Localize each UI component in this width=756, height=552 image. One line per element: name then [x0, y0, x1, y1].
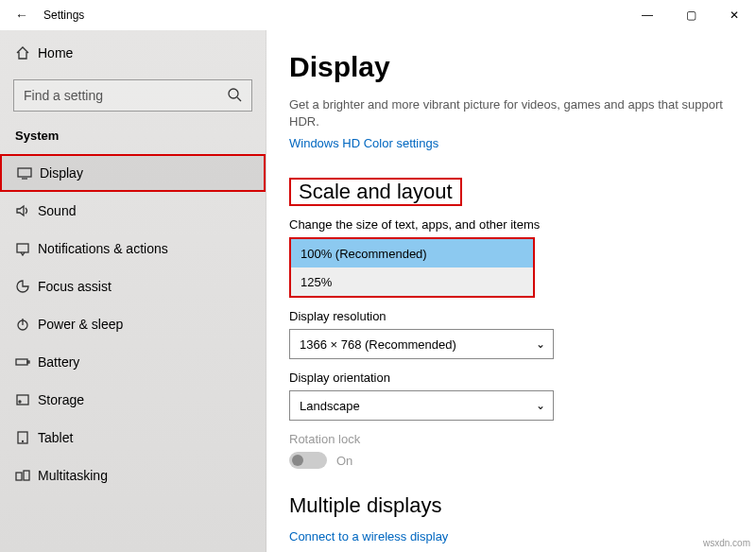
sidebar-item-label: Tablet: [38, 430, 73, 445]
sidebar-item-battery[interactable]: Battery: [0, 343, 266, 381]
focus-icon: [15, 279, 38, 294]
content-pane: Display Get a brighter and more vibrant …: [266, 30, 756, 552]
svg-point-9: [23, 441, 24, 442]
orientation-dropdown[interactable]: Landscape ⌄: [289, 390, 554, 421]
resolution-value: 1366 × 768 (Recommended): [300, 337, 456, 352]
home-nav[interactable]: Home: [0, 34, 266, 72]
svg-point-7: [19, 401, 21, 403]
svg-rect-5: [27, 361, 29, 363]
display-icon: [17, 165, 40, 181]
hdr-link[interactable]: Windows HD Color settings: [289, 136, 438, 150]
tablet-icon: [15, 430, 38, 445]
home-label: Home: [38, 45, 73, 60]
rotation-state: On: [336, 454, 352, 468]
close-button[interactable]: ✕: [713, 0, 756, 30]
sidebar-item-notifications[interactable]: Notifications & actions: [0, 230, 266, 267]
scale-heading: Scale and layout: [299, 180, 453, 203]
search-icon: [227, 87, 242, 105]
watermark: wsxdn.com: [703, 538, 750, 548]
sidebar-item-label: Sound: [38, 203, 76, 218]
sidebar-item-label: Display: [40, 165, 83, 181]
multitasking-icon: [15, 468, 38, 483]
sound-icon: [15, 203, 38, 218]
sidebar-item-sound[interactable]: Sound: [0, 192, 266, 230]
sidebar: Home Find a setting System Display Sound…: [0, 30, 266, 552]
hdr-description: Get a brighter and more vibrant picture …: [289, 96, 733, 130]
page-title: Display: [289, 51, 733, 83]
home-icon: [15, 45, 38, 60]
sidebar-item-label: Focus assist: [38, 279, 112, 294]
wireless-link[interactable]: Connect to a wireless display: [289, 529, 448, 543]
scale-dropdown[interactable]: 100% (Recommended) 125%: [289, 237, 535, 298]
sidebar-item-label: Storage: [38, 392, 84, 407]
sidebar-item-label: Power & sleep: [38, 317, 123, 332]
sidebar-item-focus[interactable]: Focus assist: [0, 267, 266, 305]
chevron-down-icon: ⌄: [536, 337, 545, 351]
orientation-label: Display orientation: [289, 371, 733, 385]
search-placeholder: Find a setting: [24, 88, 103, 103]
rotation-toggle: On: [289, 452, 733, 469]
sidebar-item-label: Multitasking: [38, 468, 108, 483]
svg-rect-10: [16, 473, 22, 480]
back-button[interactable]: ←: [0, 8, 43, 23]
svg-rect-1: [18, 168, 31, 177]
chevron-down-icon: ⌄: [536, 399, 545, 412]
svg-rect-11: [24, 471, 29, 480]
power-icon: [15, 317, 38, 332]
sidebar-item-power[interactable]: Power & sleep: [0, 305, 266, 343]
sidebar-item-multitasking[interactable]: Multitasking: [0, 457, 266, 494]
category-label: System: [0, 125, 266, 154]
rotation-label: Rotation lock: [289, 432, 733, 446]
svg-rect-6: [17, 395, 28, 405]
battery-icon: [15, 354, 38, 370]
svg-rect-4: [16, 359, 27, 365]
notifications-icon: [15, 241, 38, 256]
storage-icon: [15, 392, 38, 407]
multiple-displays-heading: Multiple displays: [289, 493, 733, 518]
resolution-label: Display resolution: [289, 309, 733, 323]
toggle-pill: [289, 452, 327, 469]
scale-label: Change the size of text, apps, and other…: [289, 217, 733, 232]
minimize-button[interactable]: —: [626, 0, 669, 30]
sidebar-item-tablet[interactable]: Tablet: [0, 419, 266, 457]
sidebar-item-label: Notifications & actions: [38, 241, 168, 256]
maximize-button[interactable]: ▢: [669, 0, 713, 30]
window-title: Settings: [43, 9, 84, 22]
scale-option[interactable]: 125%: [291, 267, 533, 296]
svg-rect-2: [17, 244, 28, 252]
sidebar-item-display[interactable]: Display: [0, 154, 266, 192]
orientation-value: Landscape: [300, 399, 360, 413]
resolution-dropdown[interactable]: 1366 × 768 (Recommended) ⌄: [289, 329, 554, 359]
sidebar-item-label: Battery: [38, 354, 79, 370]
sidebar-item-storage[interactable]: Storage: [0, 381, 266, 419]
search-input[interactable]: Find a setting: [13, 79, 252, 112]
svg-point-0: [229, 89, 238, 98]
scale-option-selected[interactable]: 100% (Recommended): [291, 239, 533, 267]
